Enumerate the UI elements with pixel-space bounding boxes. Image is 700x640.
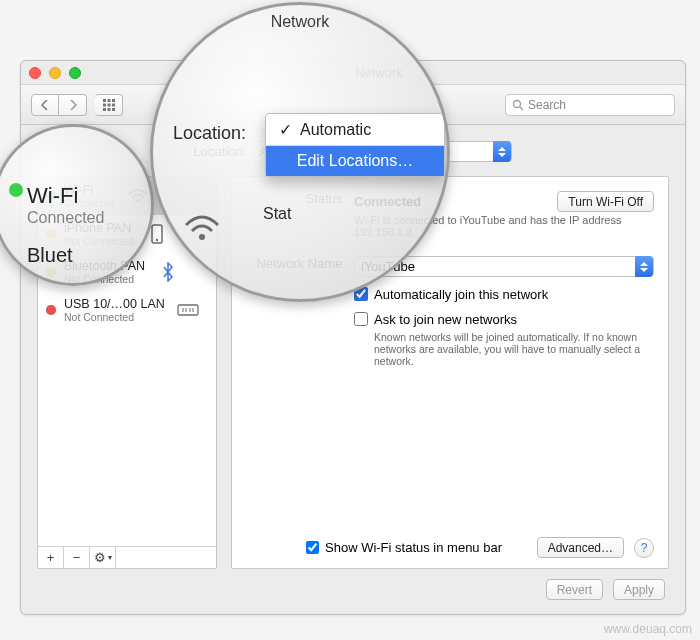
menu-item-label: Edit Locations… bbox=[297, 152, 414, 170]
zoom-wifi-title: Wi-Fi bbox=[27, 183, 151, 209]
grid-icon[interactable] bbox=[95, 94, 123, 116]
ask-join-note: Known networks will be joined automatica… bbox=[374, 331, 654, 367]
minimize-icon[interactable] bbox=[49, 67, 61, 79]
back-button[interactable] bbox=[31, 94, 59, 116]
checkbox-icon[interactable] bbox=[306, 541, 319, 554]
sidebar-footer: + − ⚙︎▾ bbox=[38, 546, 216, 568]
zoom-icon[interactable] bbox=[69, 67, 81, 79]
status-dot-icon bbox=[9, 183, 23, 197]
location-menu-item-edit[interactable]: Edit Locations… bbox=[266, 146, 444, 176]
ask-join-checkbox[interactable]: Ask to join new networks bbox=[354, 312, 654, 327]
svg-rect-2 bbox=[112, 99, 115, 102]
sidebar-item-usb-lan[interactable]: USB 10/…00 LAN Not Connected bbox=[38, 291, 216, 329]
location-menu-item-automatic[interactable]: ✓ Automatic bbox=[266, 114, 444, 145]
chevron-up-down-icon bbox=[635, 256, 653, 277]
bluetooth-icon bbox=[153, 261, 183, 283]
svg-point-9 bbox=[514, 100, 521, 107]
ethernet-icon bbox=[173, 299, 203, 321]
turn-wifi-off-button[interactable]: Turn Wi-Fi Off bbox=[557, 191, 654, 212]
footer-buttons: Revert Apply bbox=[37, 569, 669, 600]
traffic-lights bbox=[29, 67, 81, 79]
forward-button[interactable] bbox=[59, 94, 87, 116]
auto-join-label: Automatically join this network bbox=[374, 287, 548, 302]
revert-button[interactable]: Revert bbox=[546, 579, 603, 600]
svg-point-19 bbox=[199, 234, 205, 240]
checkbox-icon[interactable] bbox=[354, 312, 368, 326]
zoom-location-label: Location: bbox=[173, 123, 246, 144]
svg-rect-4 bbox=[107, 103, 110, 106]
zoom-window-title: Network bbox=[153, 13, 447, 31]
svg-rect-6 bbox=[103, 108, 106, 111]
ask-join-label: Ask to join new networks bbox=[374, 312, 517, 327]
watermark: www.deuaq.com bbox=[604, 622, 692, 636]
search-placeholder: Search bbox=[528, 98, 566, 112]
auto-join-checkbox[interactable]: Automatically join this network bbox=[354, 287, 654, 302]
search-input[interactable]: Search bbox=[505, 94, 675, 116]
svg-point-13 bbox=[156, 239, 158, 241]
svg-rect-3 bbox=[103, 103, 106, 106]
show-status-label: Show Wi-Fi status in menu bar bbox=[325, 540, 502, 555]
zoom-bt-label: Bluet bbox=[27, 244, 73, 267]
service-actions-button[interactable]: ⚙︎▾ bbox=[90, 547, 116, 568]
zoom-circle-location: Network Location: ✓ Automatic Edit Locat… bbox=[150, 2, 450, 302]
svg-rect-14 bbox=[178, 305, 198, 315]
chevron-up-down-icon bbox=[493, 141, 511, 162]
wifi-icon bbox=[179, 205, 225, 251]
add-service-button[interactable]: + bbox=[38, 547, 64, 568]
svg-rect-1 bbox=[107, 99, 110, 102]
check-icon: ✓ bbox=[278, 120, 292, 139]
location-menu[interactable]: ✓ Automatic Edit Locations… bbox=[265, 113, 445, 177]
zoom-wifi-sub: Connected bbox=[27, 209, 151, 227]
grid-seg bbox=[95, 94, 123, 116]
advanced-button[interactable]: Advanced… bbox=[537, 537, 624, 558]
show-status-checkbox[interactable]: Show Wi-Fi status in menu bar bbox=[306, 540, 502, 555]
service-name: USB 10/…00 LAN bbox=[64, 297, 165, 311]
zoom-stat-label: Stat bbox=[263, 205, 291, 223]
svg-rect-8 bbox=[112, 108, 115, 111]
gear-icon: ⚙︎ bbox=[94, 550, 106, 565]
search-icon bbox=[512, 99, 524, 111]
apply-button[interactable]: Apply bbox=[613, 579, 665, 600]
help-button[interactable]: ? bbox=[634, 538, 654, 558]
svg-rect-5 bbox=[112, 103, 115, 106]
menu-item-label: Automatic bbox=[300, 121, 371, 139]
nav-seg bbox=[31, 94, 87, 116]
svg-rect-7 bbox=[107, 108, 110, 111]
svg-rect-0 bbox=[103, 99, 106, 102]
status-dot-icon bbox=[46, 305, 56, 315]
close-icon[interactable] bbox=[29, 67, 41, 79]
svg-line-10 bbox=[520, 107, 523, 110]
service-sub: Not Connected bbox=[64, 311, 165, 323]
remove-service-button[interactable]: − bbox=[64, 547, 90, 568]
